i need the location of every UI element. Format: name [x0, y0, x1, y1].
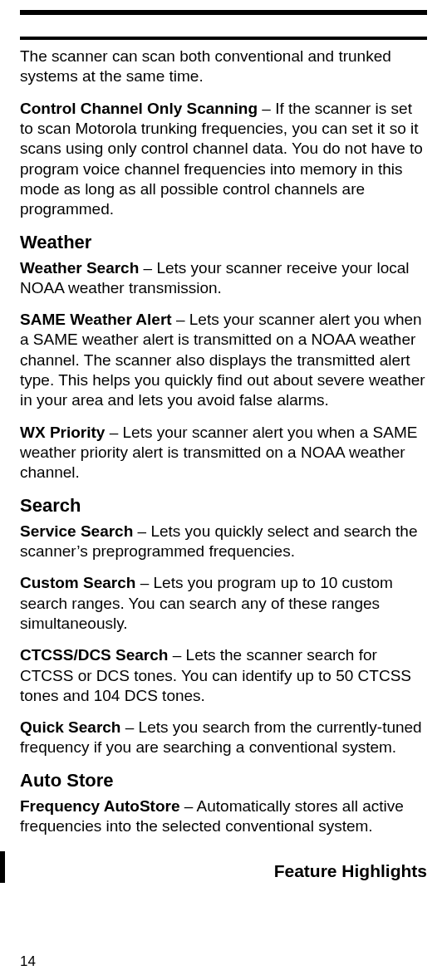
page-number: 14 — [20, 953, 36, 970]
control-channel-paragraph: Control Channel Only Scanning – If the s… — [20, 99, 427, 220]
service-search-term: Service Search — [20, 522, 133, 540]
hairline-rule — [20, 39, 427, 40]
top-thick-rule — [20, 10, 427, 15]
autostore-heading: Auto Store — [20, 770, 427, 791]
revision-bar — [0, 851, 5, 883]
control-channel-term: Control Channel Only Scanning — [20, 100, 258, 117]
search-heading: Search — [20, 495, 427, 517]
freq-autostore-term: Frequency AutoStore — [20, 797, 180, 815]
service-search-paragraph: Service Search – Lets you quickly select… — [20, 522, 427, 562]
weather-heading: Weather — [20, 232, 427, 253]
weather-search-term: Weather Search — [20, 259, 139, 277]
same-alert-term: SAME Weather Alert — [20, 311, 172, 328]
ctcss-search-term: CTCSS/DCS Search — [20, 646, 168, 664]
ctcss-search-paragraph: CTCSS/DCS Search – Lets the scanner sear… — [20, 645, 427, 706]
intro-paragraph: The scanner can scan both conventional a… — [20, 47, 427, 87]
weather-search-paragraph: Weather Search – Lets your scanner recei… — [20, 258, 427, 299]
custom-search-paragraph: Custom Search – Lets you program up to 1… — [20, 573, 427, 634]
custom-search-term: Custom Search — [20, 574, 135, 591]
wx-priority-paragraph: WX Priority – Lets your scanner alert yo… — [20, 423, 427, 483]
freq-autostore-paragraph: Frequency AutoStore – Automatically stor… — [20, 796, 427, 837]
same-alert-paragraph: SAME Weather Alert – Lets your scanner a… — [20, 310, 427, 411]
wx-priority-term: WX Priority — [20, 424, 105, 441]
quick-search-paragraph: Quick Search – Lets you search from the … — [20, 718, 427, 758]
quick-search-term: Quick Search — [20, 718, 120, 736]
control-channel-text: – If the scanner is set to scan Motorola… — [20, 100, 423, 218]
footer-section-title: Feature Highlights — [20, 861, 427, 881]
